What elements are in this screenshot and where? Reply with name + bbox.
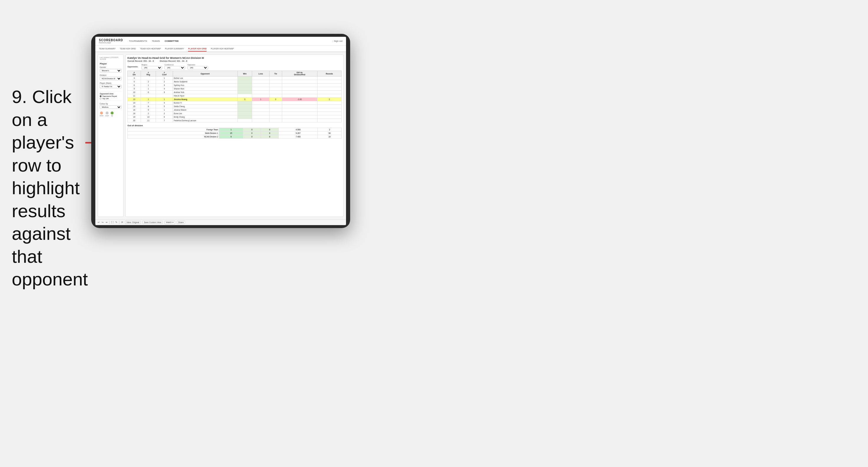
nav-committee[interactable]: COMMITTEE [164,39,179,43]
edit-icon[interactable]: ✎ [115,221,117,224]
table-header-row: #Div #Reg #Conf Opponent Win Loss Tie Di… [128,71,342,76]
sub-nav-team-h2h-grid[interactable]: TEAM H2H GRID [120,46,136,52]
timestamp: Last Updated: 27/03/2024 16:55:38 [100,57,122,60]
annotation-text: 9. Click on a player's row to highlight … [12,85,88,291]
radio-opponents-played[interactable]: Opponents Played [100,95,122,97]
share-label: Share [178,221,184,223]
table-row[interactable]: 613 Sydney Kuo [128,84,342,87]
save-custom-view-label: Save Custom View [144,221,161,223]
opponent-view-section: Opponent view Opponents Played Top 100 [100,93,122,99]
table-row[interactable]: 1822 Euna Lee [128,112,342,115]
gender-label: Gender [100,66,122,68]
bottom-toolbar: ↩ ↪ ⇥ ⛶ ✎ ⟳ View: Original Save Custom V… [95,219,346,225]
table-row[interactable]: 1063 Andrea York [128,91,342,94]
col-win: Win [238,71,252,76]
save-custom-view-btn[interactable]: Save Custom View [143,221,163,224]
table-row[interactable]: 914 Sharon Mun [128,87,342,91]
region-label: Region [142,64,162,66]
col-reg: #Reg [141,71,156,76]
gender-select[interactable]: Women's [100,69,122,72]
out-division-table: Foreign Team 1 0 0 4.500 2 NAIA Division… [127,128,342,138]
sub-nav-player-h2h-heatmap[interactable]: PLAYER H2H HEATMAP [211,46,234,52]
colour-section: Colour by Win/loss Down Level [100,103,122,117]
toolbar-separator-2 [119,221,120,224]
division-select[interactable]: NCAA Division III [100,77,122,80]
right-panel: Katelyn Vo Head-to-Head Grid for Women's… [125,55,344,217]
nav-links: TOURNAMENTS TEAMS COMMITTEE [129,39,332,43]
player-section-title: Player [100,62,122,65]
colour-dot-up [111,112,114,115]
sub-nav-team-summary[interactable]: TEAM SUMMARY [99,46,116,52]
records-row: Overall Record: 353 - 34 - 6 Division Re… [127,60,342,62]
redo-icon[interactable]: ↪ [101,221,103,224]
colour-label-up: Up [111,115,113,117]
forward-icon[interactable]: ⇥ [105,221,107,224]
colour-by-select[interactable]: Win/loss [100,105,122,109]
share-btn[interactable]: Share [177,221,185,224]
table-row-highlighted[interactable]: 13 1 1 Jessica Huang 0 1 0 -3.00 2 [128,98,342,101]
refresh-icon[interactable]: ⟳ [121,221,123,224]
grid-title: Katelyn Vo Head-to-Head Grid for Women's… [127,57,342,59]
region-select[interactable]: (All) [142,66,162,69]
sub-nav-player-summary[interactable]: PLAYER SUMMARY [165,46,184,52]
grid-table-wrap: #Div #Reg #Conf Opponent Win Loss Tie Di… [127,71,342,215]
opponent-label: Opponent [187,64,208,66]
view-original-label: View: Original [126,221,139,223]
division-label: Division [100,74,122,76]
sign-out-link[interactable]: Sign out [334,40,342,42]
table-row[interactable]: NCAA Division 2 5 0 0 7.400 10 [128,135,342,138]
table-row[interactable]: Foreign Team 1 0 0 4.500 2 [128,128,342,131]
left-panel: Last Updated: 27/03/2024 16:55:38 Player… [98,55,124,217]
filters-row: Opponents: Region (All) Conference (All) [127,64,342,69]
player-rank-select[interactable]: 8. Katelyn Vo [100,85,122,88]
opponents-label: Opponents: [127,66,139,68]
col-conf: #Conf [156,71,173,76]
table-row[interactable]: 1691 Jessica Mason [128,108,342,112]
table-row[interactable]: 522 Alexis Sudjianto [128,80,342,84]
opponent-filter: Opponent (All) [187,64,208,69]
table-row[interactable]: 1474 Eunice Yi [128,101,342,105]
watch-label: Watch ▾ [166,221,174,224]
logo: SCOREBOARD Powered by clippd [99,39,123,43]
radio-label-1: Opponents Played [102,95,117,97]
view-original-btn[interactable]: View: Original [125,221,141,224]
toolbar-separator-1 [109,221,110,224]
col-div: #Div [128,71,141,76]
nav-teams[interactable]: TEAMS [152,39,160,43]
table-row[interactable]: 11 HeeJo Hyun [128,94,342,98]
watch-btn[interactable]: Watch ▾ [164,221,175,224]
opponent-select[interactable]: (All) [187,66,208,69]
nav-bar: SCOREBOARD Powered by clippd TOURNAMENTS… [95,37,346,45]
radio-dot-1 [100,95,101,97]
logo-sub: Powered by clippd [99,42,123,43]
sub-nav-player-h2h-grid[interactable]: PLAYER H2H GRID [188,46,207,52]
radio-top100[interactable]: Top 100 [100,98,122,99]
logo-title: SCOREBOARD [99,39,123,42]
tablet-frame: SCOREBOARD Powered by clippd TOURNAMENTS… [91,34,350,228]
undo-icon[interactable]: ↩ [98,221,100,224]
col-loss: Loss [252,71,270,76]
table-row[interactable]: 31 Esther Lee [128,76,342,80]
colour-down: Down [100,112,103,117]
opponent-view-title: Opponent view [100,93,122,95]
colour-legend: Down Level Up [100,112,122,117]
colour-label-down: Down [100,115,103,117]
table-row[interactable]: 20117 Federica Domecq Lacroze [128,119,342,122]
table-row[interactable]: 19106 Emily Chang [128,115,342,119]
tablet-screen: SCOREBOARD Powered by clippd TOURNAMENTS… [95,37,346,225]
radio-label-2: Top 100 [102,98,108,99]
table-row[interactable]: NAIA Division 1 15 0 0 9.267 30 [128,131,342,135]
colour-level: Level [105,112,109,117]
radio-dot-2 [100,98,101,99]
sub-nav: TEAM SUMMARY TEAM H2H GRID TEAM H2H HEAT… [95,45,346,52]
main-content: Last Updated: 27/03/2024 16:55:38 Player… [95,52,346,219]
col-rounds: Rounds [317,71,341,76]
sub-nav-team-h2h-heatmap[interactable]: TEAM H2H HEATMAP [140,46,161,52]
crop-icon[interactable]: ⛶ [111,221,114,224]
player-rank-label: Player (Rank) [100,82,122,84]
division-record: Division Record: 331 - 34 - 6 [160,60,187,62]
nav-tournaments[interactable]: TOURNAMENTS [129,39,147,43]
conference-select[interactable]: (All) [164,66,185,69]
col-opponent: Opponent [173,71,238,76]
table-row[interactable]: 1585 Stella Cheng [128,105,342,108]
